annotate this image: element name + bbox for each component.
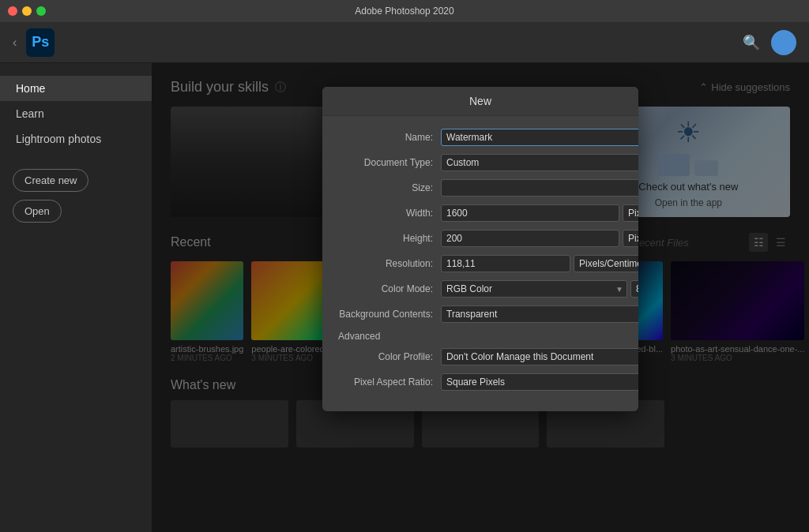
background-select[interactable]: Transparent [441, 305, 638, 323]
color-profile-label: Color Profile: [338, 351, 441, 362]
height-unit-select[interactable]: Pixels [623, 230, 638, 247]
window-title: Adobe Photoshop 2020 [355, 6, 453, 17]
top-bar: ‹ Ps 🔍 [0, 22, 809, 63]
color-depth-select[interactable]: 8 bit [630, 280, 638, 298]
sidebar-item-lightroom[interactable]: Lightroom photos [0, 126, 152, 152]
width-unit-wrapper: Pixels ▼ [623, 204, 638, 222]
back-button[interactable]: ‹ [13, 36, 17, 50]
name-input[interactable] [441, 129, 638, 146]
traffic-lights [8, 6, 46, 16]
color-profile-select[interactable]: Don't Color Manage this Document [441, 348, 638, 365]
ps-logo: Ps [26, 28, 55, 57]
background-label: Background Contents: [338, 309, 441, 320]
color-profile-row: Color Profile: Don't Color Manage this D… [338, 348, 638, 365]
doc-type-select-wrapper: Custom ▼ [441, 154, 638, 171]
avatar[interactable] [771, 30, 796, 55]
height-input[interactable] [441, 230, 619, 247]
width-unit-select[interactable]: Pixels [623, 204, 638, 222]
height-input-group: Pixels ▼ [441, 230, 638, 247]
dialog-form: Name: Document Type: Custom [338, 129, 638, 399]
width-input-group: Pixels ▼ [441, 204, 638, 222]
resolution-row: Resolution: Pixels/Centimeter ▼ [338, 255, 638, 272]
doc-type-row: Document Type: Custom ▼ [338, 154, 638, 171]
maximize-button[interactable] [36, 6, 46, 16]
width-row: Width: Pixels ▼ [338, 204, 638, 222]
name-label: Name: [338, 132, 441, 143]
size-select[interactable] [441, 179, 638, 197]
minimize-button[interactable] [22, 6, 32, 16]
pixel-ratio-row: Pixel Aspect Ratio: Square Pixels ▼ [338, 373, 638, 391]
color-profile-wrapper: Don't Color Manage this Document ▼ [441, 348, 638, 365]
top-bar-left: ‹ Ps [13, 28, 55, 57]
color-mode-wrapper: RGB Color ▼ [441, 280, 627, 298]
background-input-group: Transparent ▼ [441, 305, 638, 323]
background-wrapper: Transparent ▼ [441, 305, 638, 323]
advanced-toggle[interactable]: Advanced [338, 331, 638, 342]
size-row: Size: ▼ [338, 179, 638, 197]
sidebar-item-home[interactable]: Home [0, 76, 152, 101]
close-button[interactable] [8, 6, 17, 16]
background-row: Background Contents: Transparent ▼ [338, 305, 638, 323]
new-dialog: New Name: Document Type: [322, 87, 638, 411]
advanced-section: Advanced Color Profile: Don't Color Mana… [338, 331, 638, 391]
dialog-body: Name: Document Type: Custom [322, 116, 638, 411]
main-area: Home Learn Lightroom photos Create new O… [0, 63, 809, 532]
sidebar-item-learn[interactable]: Learn [0, 101, 152, 126]
color-mode-input-group: RGB Color ▼ 8 bit ▼ [441, 280, 638, 298]
dialog-title: New [322, 87, 638, 116]
doc-type-label: Document Type: [338, 157, 441, 168]
content-area: Build your skills ⓘ ⌃ Hide suggestions M… [152, 63, 809, 532]
height-row: Height: Pixels ▼ [338, 230, 638, 247]
pixel-ratio-label: Pixel Aspect Ratio: [338, 377, 441, 388]
resolution-unit-select[interactable]: Pixels/Centimeter [574, 255, 638, 272]
titlebar: Adobe Photoshop 2020 [0, 0, 809, 22]
name-row: Name: [338, 129, 638, 146]
pixel-ratio-select[interactable]: Square Pixels [441, 373, 638, 391]
resolution-label: Resolution: [338, 258, 441, 269]
doc-type-select[interactable]: Custom [441, 154, 638, 171]
modal-overlay: New Name: Document Type: [152, 63, 809, 532]
width-input[interactable] [441, 204, 619, 222]
color-depth-wrapper: 8 bit ▼ [630, 280, 638, 298]
width-label: Width: [338, 208, 441, 219]
open-button[interactable]: Open [13, 200, 62, 223]
pixel-ratio-wrapper: Square Pixels ▼ [441, 373, 638, 391]
create-new-button[interactable]: Create new [13, 169, 88, 192]
search-icon[interactable]: 🔍 [743, 34, 760, 51]
top-bar-right: 🔍 [743, 30, 796, 55]
app-layout: ‹ Ps 🔍 Home Learn Lightroom photos Creat… [0, 22, 809, 532]
color-mode-row: Color Mode: RGB Color ▼ [338, 280, 638, 298]
size-select-wrapper: ▼ [441, 179, 638, 197]
sidebar: Home Learn Lightroom photos Create new O… [0, 63, 152, 532]
height-label: Height: [338, 233, 441, 244]
size-label: Size: [338, 182, 441, 193]
resolution-input-group: Pixels/Centimeter ▼ [441, 255, 638, 272]
color-mode-select[interactable]: RGB Color [441, 280, 627, 298]
resolution-unit-wrapper: Pixels/Centimeter ▼ [574, 255, 638, 272]
height-unit-wrapper: Pixels ▼ [623, 230, 638, 247]
color-mode-label: Color Mode: [338, 283, 441, 294]
resolution-input[interactable] [441, 255, 570, 272]
